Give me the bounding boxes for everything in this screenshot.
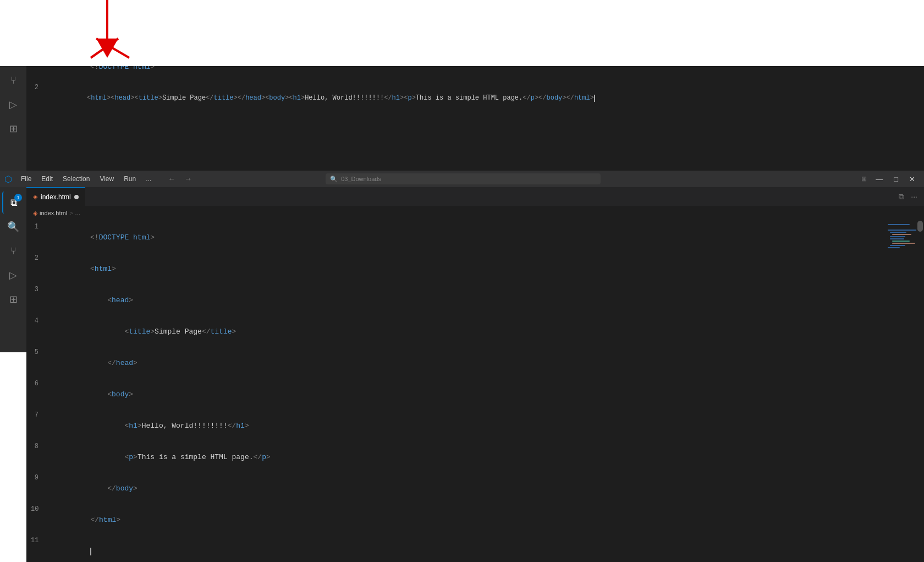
breadcrumb-ellipsis[interactable]: ...	[75, 210, 80, 216]
menu-file[interactable]: File	[16, 3, 36, 13]
line-code-1[interactable]: <!DOCTYPE html>	[47, 222, 155, 253]
menu-more[interactable]: ...	[141, 3, 156, 13]
nav-back-button-2[interactable]: ←	[164, 173, 179, 184]
activity-source-control-2[interactable]: ⑂	[2, 240, 24, 262]
line-code-2[interactable]: <html>	[47, 253, 116, 285]
activity-extensions[interactable]: ⊞	[2, 118, 24, 140]
close-button[interactable]: ✕	[905, 3, 920, 14]
menu-file-2[interactable]: File	[16, 174, 36, 184]
breadcrumb-sep-2: >	[69, 210, 73, 216]
breadcrumb-node[interactable]: html	[82, 39, 94, 46]
line-num-4: 4	[31, 316, 47, 347]
activity-extensions-2[interactable]: ⊞	[2, 288, 24, 310]
doctype-keyword: DOCTYPE	[99, 63, 129, 71]
nav-back-button[interactable]: ←	[164, 3, 179, 14]
maximize-button-2[interactable]: □	[889, 174, 903, 184]
activity-explorer[interactable]: ⧉ 1	[2, 21, 24, 43]
line-code-10[interactable]: </html>	[47, 504, 120, 536]
line-code-11[interactable]	[47, 536, 91, 562]
top-breadcrumb: ◈ index.html > ◈ html	[26, 36, 924, 49]
bottom-search-bar[interactable]: 🔍 03_Downloads	[326, 173, 601, 184]
line-number-2: 2	[31, 83, 47, 114]
bottom-tab-index-html[interactable]: ◈ index.html	[26, 187, 85, 206]
activity-explorer-2[interactable]: ⧉ 1	[2, 192, 24, 214]
top-code-area: 1 <!DOCTYPE html> 2 <html><head><title>S…	[26, 49, 924, 116]
cursor-2	[90, 548, 91, 555]
line-content-1[interactable]: <!DOCTYPE html>	[47, 51, 155, 83]
top-search-bar[interactable]: 🔍 03_Downloads	[326, 3, 601, 14]
menu-run[interactable]: Run	[119, 3, 140, 13]
menu-more-2[interactable]: ...	[141, 174, 156, 184]
tab-filename: index.html	[41, 23, 71, 30]
search-text-2: 03_Downloads	[341, 176, 381, 182]
menu-view-2[interactable]: View	[95, 174, 118, 184]
top-vscode-window: ⬡ File Edit Selection View Run ... ← → 🔍…	[0, 0, 924, 171]
menu-selection[interactable]: Selection	[58, 3, 94, 13]
activity-run-debug[interactable]: ▷	[2, 94, 24, 116]
cursor	[594, 95, 595, 102]
code-line-1: 1 <!DOCTYPE html>	[26, 51, 924, 83]
minimize-button[interactable]: —	[871, 3, 887, 14]
breadcrumb-sep: >	[69, 39, 73, 46]
line-number-1: 1	[31, 51, 47, 83]
source-control-icon-2: ⑂	[10, 245, 16, 257]
extensions-icon: ⊞	[859, 4, 869, 12]
line-code-3[interactable]: <head>	[47, 285, 133, 316]
extensions-icon-2: ⊞	[859, 175, 869, 183]
bottom-scrollbar-track[interactable]	[916, 220, 924, 341]
breadcrumb-filename[interactable]: index.html	[40, 39, 67, 46]
top-window-controls: ⊞ — □ ✕	[859, 3, 920, 14]
line-num-10: 10	[31, 504, 47, 536]
doctype-html: html	[129, 63, 150, 71]
bottom-scrollbar-thumb[interactable]	[917, 221, 923, 232]
bottom-breadcrumb: ◈ index.html > ...	[26, 206, 924, 220]
menu-run-2[interactable]: Run	[119, 174, 140, 184]
search-icon-2: 🔍	[330, 176, 338, 183]
vscode-logo-icon-2: ⬡	[4, 174, 12, 184]
line-code-7[interactable]: <h1>Hello, World!!!!!!!!</h1>	[47, 410, 249, 441]
nav-forward-button[interactable]: →	[181, 3, 195, 14]
top-activity-bar: ⧉ 1 🔍 ⑂ ▷ ⊞	[0, 17, 26, 171]
line-num-3: 3	[31, 285, 47, 316]
doctype-punct: <!	[90, 63, 99, 71]
tab-filename-2: index.html	[41, 193, 71, 201]
line-code-6[interactable]: <body>	[47, 379, 133, 410]
menu-edit[interactable]: Edit	[37, 3, 57, 13]
line-num-9: 9	[31, 473, 47, 504]
line-code-5[interactable]: </head>	[47, 347, 138, 379]
activity-run-debug-2[interactable]: ▷	[2, 264, 24, 286]
minimize-button-2[interactable]: —	[871, 174, 887, 184]
activity-search[interactable]: 🔍	[2, 45, 24, 67]
top-tab-index-html[interactable]: ◈ index.html	[26, 17, 85, 36]
split-editor-button-2[interactable]: ⧉	[897, 191, 906, 203]
tab-actions-2: ⧉ ···	[897, 191, 924, 203]
search-icon: 🔍	[330, 5, 338, 12]
bottom-code-line-8: 8 <p>This is a simple HTML page.</p>	[26, 441, 924, 473]
line-num-6: 6	[31, 379, 47, 410]
bottom-code-line-7: 7 <h1>Hello, World!!!!!!!!</h1>	[26, 410, 924, 441]
top-editor-area: ◈ index.html ⧉ ··· ◈ index.html > ◈ html…	[26, 17, 924, 171]
line-code-4[interactable]: <title>Simple Page</title>	[47, 316, 236, 347]
line-num-5: 5	[31, 347, 47, 379]
menu-selection-2[interactable]: Selection	[58, 174, 94, 184]
top-tab-bar: ◈ index.html ⧉ ···	[26, 17, 924, 36]
bottom-code-line-10: 10 </html>	[26, 504, 924, 536]
menu-view[interactable]: View	[95, 3, 118, 13]
activity-source-control[interactable]: ⑂	[2, 69, 24, 91]
maximize-button[interactable]: □	[889, 3, 903, 14]
line-code-9[interactable]: </body>	[47, 473, 138, 504]
tab-modified-dot-2	[74, 195, 79, 199]
line-code-8[interactable]: <p>This is a simple HTML page.</p>	[47, 441, 271, 473]
more-actions-button-2[interactable]: ···	[909, 191, 920, 202]
breadcrumb-file-icon-2: ◈	[33, 210, 37, 217]
more-actions-button[interactable]: ···	[909, 20, 920, 31]
breadcrumb-filename-2[interactable]: index.html	[40, 210, 67, 216]
menu-edit-2[interactable]: Edit	[37, 174, 57, 184]
nav-forward-button-2[interactable]: →	[181, 173, 195, 184]
bottom-editor-area: ◈ index.html ⧉ ··· ◈ index.html > ... 1 …	[26, 187, 924, 562]
activity-search-2[interactable]: 🔍	[2, 216, 24, 238]
close-button-2[interactable]: ✕	[905, 174, 920, 184]
line-content-2[interactable]: <html><head><title>Simple Page</title></…	[47, 83, 595, 114]
tab-file-icon: ◈	[33, 23, 37, 30]
split-editor-button[interactable]: ⧉	[897, 20, 906, 32]
